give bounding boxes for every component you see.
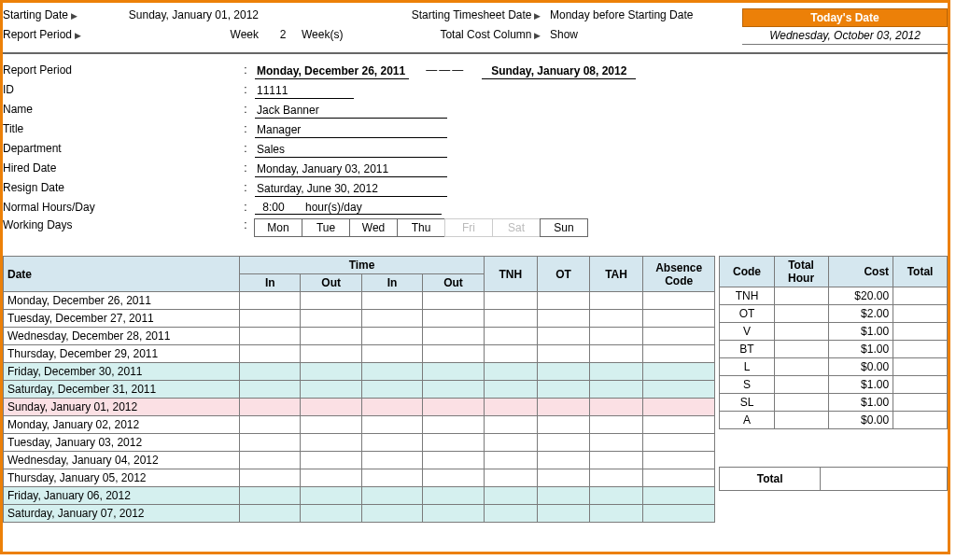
timesheet-cell[interactable] <box>484 363 537 381</box>
timesheet-cell[interactable] <box>537 292 589 310</box>
timesheet-cell[interactable] <box>423 416 485 434</box>
timesheet-cell[interactable] <box>484 381 537 399</box>
timesheet-cell[interactable] <box>423 399 485 416</box>
codes-total-cell[interactable] <box>893 323 948 341</box>
timesheet-cell[interactable] <box>423 381 485 399</box>
timesheet-cell[interactable] <box>484 487 537 505</box>
timesheet-date-cell[interactable]: Saturday, December 31, 2011 <box>4 381 240 399</box>
info-id-value[interactable]: 11111 <box>255 83 354 99</box>
timesheet-cell[interactable] <box>362 310 423 328</box>
table-row[interactable]: Saturday, January 07, 2012 <box>4 505 715 523</box>
timesheet-cell[interactable] <box>362 399 423 416</box>
codes-hour-cell[interactable] <box>774 323 828 341</box>
timesheet-cell[interactable] <box>484 292 537 310</box>
info-title-value[interactable]: Manager <box>255 122 447 138</box>
table-row[interactable]: Monday, December 26, 2011 <box>4 292 715 310</box>
timesheet-cell[interactable] <box>423 469 485 487</box>
codes-row[interactable]: OT$2.00 <box>720 305 948 323</box>
timesheet-cell[interactable] <box>590 399 643 416</box>
timesheet-cell[interactable] <box>362 328 423 345</box>
timesheet-cell[interactable] <box>240 469 301 487</box>
timesheet-cell[interactable] <box>537 434 589 452</box>
working-day-sun[interactable]: Sun <box>540 218 588 237</box>
timesheet-cell[interactable] <box>484 399 537 416</box>
timesheet-date-cell[interactable]: Monday, January 02, 2012 <box>4 416 240 434</box>
timesheet-cell[interactable] <box>240 452 301 469</box>
codes-code-cell[interactable]: S <box>720 376 774 394</box>
codes-cost-cell[interactable]: $2.00 <box>828 305 893 323</box>
timesheet-cell[interactable] <box>590 363 643 381</box>
timesheet-cell[interactable] <box>590 310 643 328</box>
codes-row[interactable]: L$0.00 <box>720 358 948 376</box>
timesheet-date-cell[interactable]: Sunday, January 01, 2012 <box>4 399 240 416</box>
table-row[interactable]: Thursday, December 29, 2011 <box>4 345 715 363</box>
timesheet-cell[interactable] <box>423 292 485 310</box>
timesheet-cell[interactable] <box>484 469 537 487</box>
info-report-period-start[interactable]: Monday, December 26, 2011 <box>255 63 409 79</box>
codes-cost-cell[interactable]: $0.00 <box>828 358 893 376</box>
timesheet-cell[interactable] <box>301 363 362 381</box>
timesheet-cell[interactable] <box>642 487 714 505</box>
timesheet-cell[interactable] <box>240 292 301 310</box>
timesheet-cell[interactable] <box>537 328 589 345</box>
info-resign-value[interactable]: Saturday, June 30, 2012 <box>255 181 447 197</box>
timesheet-cell[interactable] <box>240 434 301 452</box>
starting-date-label[interactable]: Starting Date <box>3 8 115 26</box>
table-row[interactable]: Wednesday, December 28, 2011 <box>4 328 715 345</box>
codes-cost-cell[interactable]: $20.00 <box>828 287 893 305</box>
codes-row[interactable]: V$1.00 <box>720 323 948 341</box>
timesheet-date-cell[interactable]: Tuesday, December 27, 2011 <box>4 310 240 328</box>
working-day-wed[interactable]: Wed <box>349 218 398 237</box>
timesheet-cell[interactable] <box>240 416 301 434</box>
timesheet-cell[interactable] <box>537 505 589 523</box>
codes-total-cell[interactable] <box>893 341 948 358</box>
timesheet-cell[interactable] <box>423 328 485 345</box>
timesheet-cell[interactable] <box>484 416 537 434</box>
codes-code-cell[interactable]: A <box>720 412 774 429</box>
codes-total-cell[interactable] <box>893 287 948 305</box>
timesheet-cell[interactable] <box>362 292 423 310</box>
info-report-period-end[interactable]: Sunday, January 08, 2012 <box>482 63 636 79</box>
timesheet-cell[interactable] <box>362 345 423 363</box>
timesheet-cell[interactable] <box>590 452 643 469</box>
table-row[interactable]: Friday, January 06, 2012 <box>4 487 715 505</box>
timesheet-cell[interactable] <box>484 345 537 363</box>
codes-code-cell[interactable]: TNH <box>720 287 774 305</box>
codes-hour-cell[interactable] <box>774 412 828 429</box>
timesheet-cell[interactable] <box>484 452 537 469</box>
timesheet-cell[interactable] <box>642 363 714 381</box>
timesheet-cell[interactable] <box>362 487 423 505</box>
timesheet-cell[interactable] <box>301 310 362 328</box>
timesheet-date-cell[interactable]: Thursday, December 29, 2011 <box>4 345 240 363</box>
codes-cost-cell[interactable]: $1.00 <box>828 394 893 412</box>
timesheet-cell[interactable] <box>642 416 714 434</box>
timesheet-date-cell[interactable]: Saturday, January 07, 2012 <box>4 505 240 523</box>
codes-hour-cell[interactable] <box>774 376 828 394</box>
codes-hour-cell[interactable] <box>774 394 828 412</box>
starting-date-value[interactable]: Sunday, January 01, 2012 <box>115 8 264 26</box>
timesheet-cell[interactable] <box>240 363 301 381</box>
codes-row[interactable]: BT$1.00 <box>720 341 948 358</box>
total-cost-value[interactable]: Show <box>541 28 699 46</box>
timesheet-cell[interactable] <box>240 345 301 363</box>
starting-timesheet-value[interactable]: Monday before Starting Date <box>541 8 699 26</box>
timesheet-cell[interactable] <box>423 487 485 505</box>
timesheet-cell[interactable] <box>642 505 714 523</box>
codes-total-cell[interactable] <box>893 358 948 376</box>
timesheet-cell[interactable] <box>537 381 589 399</box>
timesheet-cell[interactable] <box>301 292 362 310</box>
timesheet-date-cell[interactable]: Wednesday, January 04, 2012 <box>4 452 240 469</box>
timesheet-cell[interactable] <box>423 363 485 381</box>
timesheet-cell[interactable] <box>301 452 362 469</box>
codes-code-cell[interactable]: V <box>720 323 774 341</box>
table-row[interactable]: Tuesday, January 03, 2012 <box>4 434 715 452</box>
codes-hour-cell[interactable] <box>774 341 828 358</box>
codes-code-cell[interactable]: SL <box>720 394 774 412</box>
timesheet-cell[interactable] <box>362 416 423 434</box>
timesheet-cell[interactable] <box>240 310 301 328</box>
codes-total-cell[interactable] <box>893 376 948 394</box>
codes-row[interactable]: A$0.00 <box>720 412 948 429</box>
timesheet-cell[interactable] <box>590 345 643 363</box>
timesheet-cell[interactable] <box>537 416 589 434</box>
timesheet-cell[interactable] <box>301 416 362 434</box>
